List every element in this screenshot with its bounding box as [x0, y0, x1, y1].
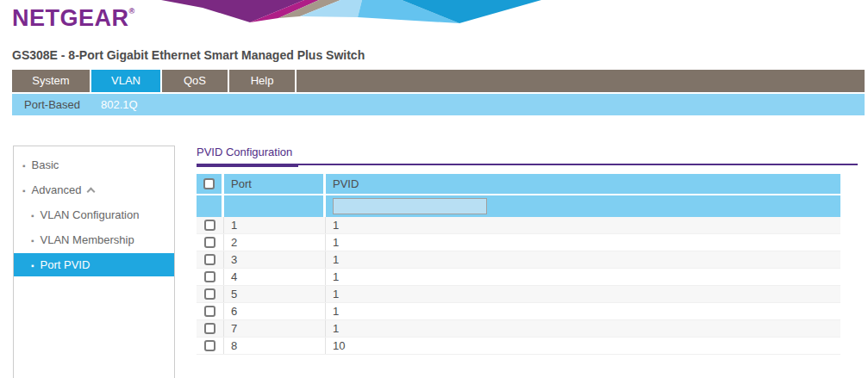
subnav-item-port-based[interactable]: Port-Based [12, 98, 92, 111]
header-checkbox-cell [197, 174, 224, 194]
pvid-input[interactable] [333, 198, 487, 214]
bullet-icon [31, 233, 34, 246]
bullet-icon [31, 258, 34, 271]
sidebar-item-label: VLAN Configuration [41, 208, 140, 221]
device-title: GS308E - 8-Port Gigabit Ethernet Smart M… [12, 48, 868, 67]
table-row: 8 10 [197, 338, 840, 355]
pvid-table: Port PVID 1 1 2 1 3 [197, 174, 840, 355]
pvid-cell: 1 [326, 251, 840, 268]
pvid-cell: 1 [326, 217, 840, 233]
port-cell: 5 [224, 286, 326, 302]
input-row-checkbox-cell [197, 195, 224, 217]
table-row: 4 1 [197, 269, 840, 286]
sidebar-item-basic[interactable]: Basic [14, 153, 174, 177]
port-cell: 7 [224, 320, 326, 337]
row-checkbox[interactable] [204, 271, 215, 282]
table-row: 1 1 [197, 217, 840, 234]
header-port-cell: Port [224, 174, 326, 194]
registered-mark: ® [129, 7, 135, 15]
port-cell: 6 [224, 303, 326, 319]
sidebar-item-vlan-configuration[interactable]: VLAN Configuration [14, 203, 174, 226]
row-checkbox[interactable] [204, 306, 215, 317]
row-checkbox[interactable] [204, 220, 215, 231]
sidebar-item-vlan-membership[interactable]: VLAN Membership [14, 228, 174, 251]
port-cell: 4 [224, 269, 326, 285]
main-pane: PVID Configuration Port PVID 1 [197, 146, 858, 378]
row-checkbox[interactable] [204, 288, 215, 300]
nav-tab-qos[interactable]: QoS [162, 70, 229, 92]
sidebar-item-port-pvid[interactable]: Port PVID [14, 253, 174, 276]
title-underline [197, 164, 298, 167]
pvid-cell: 1 [326, 286, 840, 302]
page-title: PVID Configuration [197, 146, 292, 158]
table-header-row: Port PVID [197, 174, 840, 195]
table-row: 7 1 [197, 320, 840, 338]
select-all-checkbox[interactable] [203, 178, 215, 189]
row-checkbox-cell [197, 338, 224, 354]
pvid-cell: 1 [326, 303, 840, 319]
main-navbar: System VLAN QoS Help [12, 70, 865, 92]
decorative-banner-graphic [155, 0, 543, 23]
page-header: NETGEAR® [0, 0, 868, 41]
subnav-item-8021q[interactable]: 802.1Q [92, 98, 147, 111]
sidebar-item-label: Basic [32, 158, 59, 171]
row-checkbox[interactable] [204, 340, 215, 351]
content-area: Basic Advanced VLAN Configuration VLAN M… [0, 146, 868, 378]
pvid-cell: 1 [326, 234, 840, 251]
row-checkbox-cell [197, 217, 224, 233]
row-checkbox-cell [197, 320, 224, 337]
row-checkbox[interactable] [204, 254, 215, 265]
pvid-cell: 1 [326, 320, 840, 337]
table-row: 6 1 [197, 303, 840, 320]
section-title-wrap: PVID Configuration [197, 146, 858, 165]
bullet-icon [31, 208, 34, 221]
nav-tab-help[interactable]: Help [229, 70, 297, 92]
bullet-icon [22, 158, 26, 171]
netgear-logo: NETGEAR® [12, 5, 135, 32]
row-checkbox[interactable] [204, 323, 215, 334]
sidebar: Basic Advanced VLAN Configuration VLAN M… [13, 146, 175, 378]
row-checkbox-cell [197, 303, 224, 319]
table-row: 3 1 [197, 251, 840, 269]
sidebar-item-label: VLAN Membership [41, 233, 134, 246]
table-row: 2 1 [197, 234, 840, 251]
port-cell: 2 [224, 234, 326, 251]
port-cell: 3 [224, 251, 326, 268]
row-checkbox-cell [197, 234, 224, 251]
sidebar-item-label: Advanced [32, 183, 82, 196]
pvid-cell: 10 [326, 338, 840, 354]
table-row: 5 1 [197, 286, 840, 303]
row-checkbox-cell [197, 269, 224, 285]
input-row-pvid-cell [326, 195, 840, 217]
sidebar-item-label: Port PVID [41, 258, 91, 271]
row-checkbox-cell [197, 251, 224, 268]
port-cell: 8 [224, 338, 326, 354]
row-checkbox[interactable] [204, 237, 215, 248]
pvid-cell: 1 [326, 269, 840, 285]
pvid-apply-row [197, 195, 840, 217]
nav-tab-system[interactable]: System [12, 70, 91, 92]
port-cell: 1 [224, 217, 326, 233]
chevron-up-icon [87, 188, 96, 196]
bullet-icon [22, 183, 26, 196]
netgear-logo-text: NETGEAR [12, 5, 129, 31]
vlan-subnav: Port-Based 802.1Q [12, 94, 865, 115]
nav-tab-vlan[interactable]: VLAN [91, 70, 162, 92]
sidebar-item-advanced[interactable]: Advanced [14, 178, 174, 201]
header-pvid-cell: PVID [326, 174, 840, 194]
input-row-port-cell [224, 195, 326, 217]
row-checkbox-cell [197, 286, 224, 302]
